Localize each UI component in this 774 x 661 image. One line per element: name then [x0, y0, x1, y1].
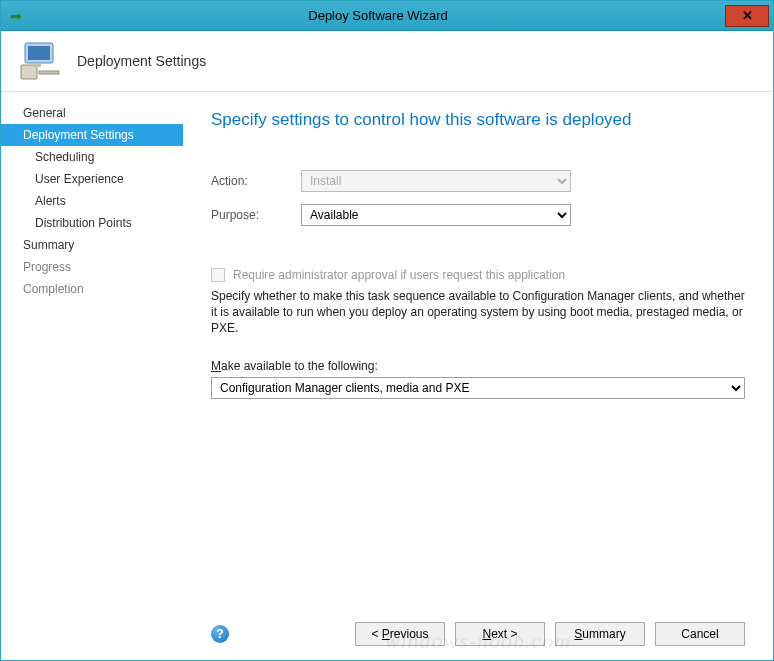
- action-select: Install: [301, 170, 571, 192]
- action-row: Action: Install: [211, 170, 745, 192]
- page-heading: Specify settings to control how this sof…: [211, 110, 745, 130]
- svg-rect-3: [39, 71, 59, 74]
- svg-rect-2: [21, 65, 37, 79]
- cancel-button[interactable]: Cancel: [655, 622, 745, 646]
- svg-rect-1: [28, 46, 50, 60]
- computer-icon: [19, 41, 63, 81]
- require-approval-label: Require administrator approval if users …: [233, 268, 565, 282]
- description-text: Specify whether to make this task sequen…: [211, 288, 745, 337]
- summary-button[interactable]: SummarySummary: [555, 622, 645, 646]
- action-label: Action:: [211, 174, 301, 188]
- sidebar-item-deployment-settings[interactable]: Deployment Settings: [1, 124, 183, 146]
- require-approval-checkbox: [211, 268, 225, 282]
- make-available-label: Make available to the following:: [211, 359, 745, 373]
- previous-button[interactable]: < PPreviousrevious: [355, 622, 445, 646]
- wizard-main-panel: Specify settings to control how this sof…: [183, 92, 773, 656]
- sidebar-item-progress: Progress: [1, 256, 183, 278]
- sidebar-item-alerts[interactable]: Alerts: [1, 190, 183, 212]
- wizard-body: General Deployment Settings Scheduling U…: [1, 91, 773, 656]
- make-available-select[interactable]: Configuration Manager clients, media and…: [211, 377, 745, 399]
- sidebar-item-summary[interactable]: Summary: [1, 234, 183, 256]
- purpose-select[interactable]: Available: [301, 204, 571, 226]
- header-title: Deployment Settings: [77, 53, 206, 69]
- require-approval-row: Require administrator approval if users …: [211, 268, 745, 282]
- purpose-label: Purpose:: [211, 208, 301, 222]
- purpose-row: Purpose: Available: [211, 204, 745, 226]
- wizard-footer: ? < PPreviousrevious Next >Next SummaryS…: [211, 610, 745, 646]
- sidebar-item-completion: Completion: [1, 278, 183, 300]
- back-arrow-icon: ➡: [1, 8, 31, 24]
- svg-rect-4: [33, 63, 41, 67]
- sidebar-item-scheduling[interactable]: Scheduling: [1, 146, 183, 168]
- titlebar: ➡ Deploy Software Wizard ✕: [1, 1, 773, 31]
- sidebar-item-user-experience[interactable]: User Experience: [1, 168, 183, 190]
- wizard-header: Deployment Settings: [1, 31, 773, 91]
- sidebar-item-distribution-points[interactable]: Distribution Points: [1, 212, 183, 234]
- wizard-sidebar: General Deployment Settings Scheduling U…: [1, 92, 183, 656]
- close-button[interactable]: ✕: [725, 5, 769, 27]
- window-title: Deploy Software Wizard: [31, 8, 725, 23]
- sidebar-item-general[interactable]: General: [1, 102, 183, 124]
- next-button[interactable]: Next >Next: [455, 622, 545, 646]
- help-icon[interactable]: ?: [211, 625, 229, 643]
